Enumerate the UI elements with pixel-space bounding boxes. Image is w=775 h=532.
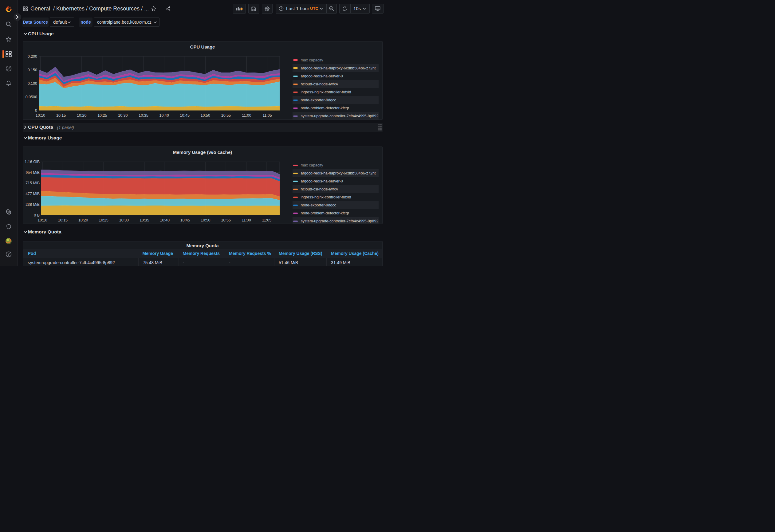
svg-text:10:45: 10:45 (180, 113, 189, 118)
svg-text:10:45: 10:45 (180, 218, 190, 222)
svg-text:10:25: 10:25 (97, 113, 107, 118)
svg-text:10:25: 10:25 (99, 218, 108, 222)
svg-text:10:35: 10:35 (139, 218, 149, 222)
svg-text:10:55: 10:55 (221, 113, 230, 118)
svg-text:10:15: 10:15 (56, 113, 65, 118)
svg-text:0.100: 0.100 (27, 81, 37, 86)
svg-text:715 MiB: 715 MiB (25, 181, 40, 185)
svg-text:0 B: 0 B (34, 213, 40, 217)
svg-text:0.0500: 0.0500 (25, 95, 37, 99)
svg-text:10:30: 10:30 (119, 218, 128, 222)
svg-text:10:15: 10:15 (58, 218, 67, 222)
svg-text:10:20: 10:20 (78, 218, 88, 222)
svg-text:10:50: 10:50 (201, 218, 210, 222)
svg-text:0.200: 0.200 (27, 54, 37, 59)
svg-text:10:50: 10:50 (200, 113, 210, 118)
svg-text:0.150: 0.150 (27, 68, 37, 72)
svg-text:10:20: 10:20 (77, 113, 86, 118)
svg-text:10:30: 10:30 (118, 113, 127, 118)
svg-text:10:40: 10:40 (160, 218, 169, 222)
svg-text:11:05: 11:05 (262, 218, 271, 222)
svg-text:10:40: 10:40 (159, 113, 169, 118)
svg-text:10:10: 10:10 (37, 218, 47, 222)
svg-text:10:10: 10:10 (35, 113, 45, 118)
svg-text:477 MiB: 477 MiB (25, 192, 40, 196)
svg-text:1.16 GiB: 1.16 GiB (25, 160, 40, 164)
svg-text:10:35: 10:35 (139, 113, 148, 118)
svg-text:11:00: 11:00 (241, 218, 251, 222)
svg-text:11:05: 11:05 (262, 113, 272, 118)
svg-text:0: 0 (35, 108, 37, 113)
svg-text:10:55: 10:55 (221, 218, 230, 222)
svg-text:238 MiB: 238 MiB (25, 202, 40, 206)
svg-text:954 MiB: 954 MiB (25, 170, 40, 174)
svg-text:11:00: 11:00 (242, 113, 251, 118)
